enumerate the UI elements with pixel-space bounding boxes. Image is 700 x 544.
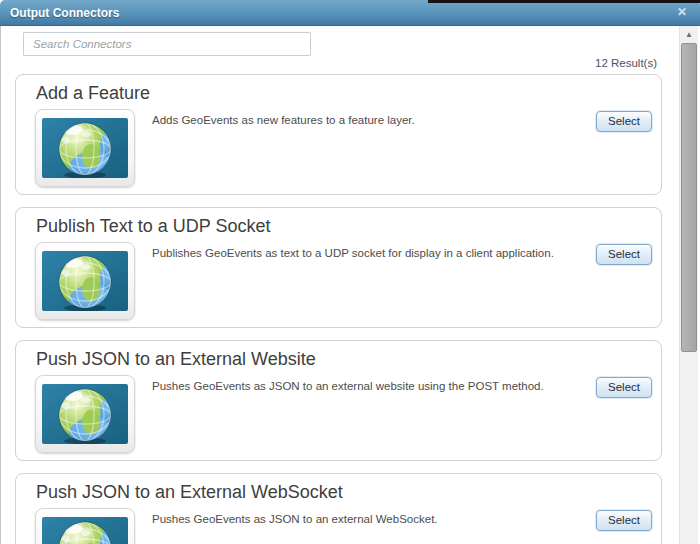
connector-title: Push JSON to an External WebSocket [36,482,343,503]
connector-card: Push JSON to an External WebSocket Pushe… [15,473,662,544]
globe-icon [35,508,135,544]
dialog-title: Output Connectors [10,0,119,26]
connector-title: Push JSON to an External Website [36,349,316,370]
connector-description: Pushes GeoEvents as JSON to an external … [152,512,582,526]
connector-card: Add a Feature Adds GeoEvents as new feat… [15,74,662,195]
results-count: 12 Result(s) [595,57,657,69]
select-button[interactable]: Select [596,510,652,531]
connector-card: Push JSON to an External Website Pushes … [15,340,662,461]
background-strip [428,0,700,3]
select-button[interactable]: Select [596,377,652,398]
output-connectors-dialog: { "window": { "title": "Output Connector… [0,0,700,544]
connector-card: Publish Text to a UDP Socket Publishes G… [15,207,662,328]
connector-description: Adds GeoEvents as new features to a feat… [152,113,582,127]
globe-icon [35,109,135,187]
globe-icon [35,375,135,453]
scrollbar-track[interactable]: ▲ [679,26,698,544]
select-button[interactable]: Select [596,244,652,265]
connector-description: Pushes GeoEvents as JSON to an external … [152,379,582,393]
connector-title: Add a Feature [36,83,150,104]
scrollbar-thumb[interactable] [681,43,697,352]
search-input[interactable] [23,32,311,56]
dialog-content: 12 Result(s) Add a Feature Adds GeoEvent… [0,26,700,544]
close-icon[interactable]: ✕ [677,6,687,19]
connector-description: Publishes GeoEvents as text to a UDP soc… [152,246,582,260]
dialog-titlebar: Output Connectors ✕ [0,0,700,26]
globe-icon [35,242,135,320]
select-button[interactable]: Select [596,111,652,132]
connector-title: Publish Text to a UDP Socket [36,216,270,237]
scroll-up-icon[interactable]: ▲ [680,28,698,42]
